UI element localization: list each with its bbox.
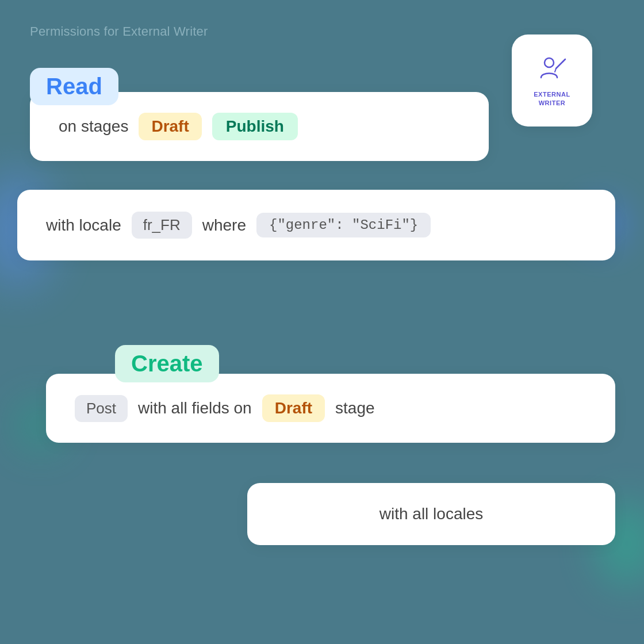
- on-stages-text: on stages: [59, 117, 128, 136]
- external-writer-icon: [536, 53, 568, 85]
- create-badge: Create: [115, 345, 219, 382]
- all-locales-text: with all locales: [379, 505, 484, 523]
- with-locale-text: with locale: [46, 216, 121, 235]
- svg-line-1: [556, 62, 563, 68]
- page-title: Permissions for External Writer: [30, 24, 208, 39]
- create-badge-text: Create: [131, 351, 203, 376]
- create-card: Post with all fields on Draft stage: [46, 374, 615, 443]
- external-writer-badge: EXTERNAL WRITER: [512, 34, 592, 126]
- svg-point-0: [545, 58, 554, 67]
- read-badge: Read: [30, 68, 118, 105]
- publish-tag: Publish: [212, 113, 298, 140]
- post-tag: Post: [75, 395, 128, 422]
- draft-create-tag: Draft: [262, 394, 325, 422]
- with-all-fields-text: with all fields on: [138, 399, 252, 417]
- svg-line-3: [563, 59, 565, 62]
- stage-text: stage: [335, 399, 375, 417]
- draft-tag: Draft: [139, 113, 201, 140]
- genre-tag: {"genre": "SciFi"}: [256, 213, 431, 237]
- svg-line-2: [555, 68, 556, 72]
- where-text: where: [202, 216, 246, 235]
- external-writer-label: EXTERNAL WRITER: [534, 90, 570, 108]
- all-locales-card: with all locales: [247, 483, 615, 545]
- locale-tag: fr_FR: [132, 212, 192, 239]
- locale-card: with locale fr_FR where {"genre": "SciFi…: [17, 190, 615, 260]
- read-badge-text: Read: [46, 74, 102, 99]
